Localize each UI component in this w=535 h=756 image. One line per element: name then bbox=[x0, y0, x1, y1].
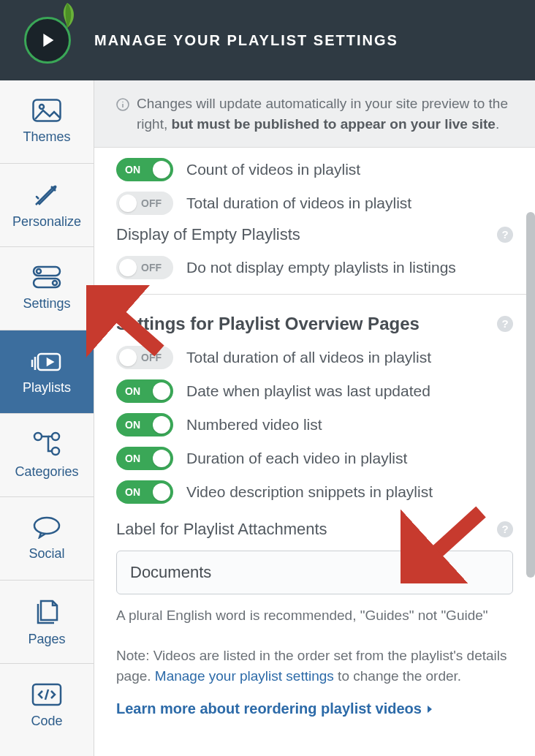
svg-point-7 bbox=[34, 433, 42, 440]
pencil-icon bbox=[34, 181, 60, 207]
help-icon[interactable]: ? bbox=[497, 316, 513, 332]
sidebar-item-label: Categories bbox=[15, 464, 78, 480]
help-icon[interactable]: ? bbox=[497, 521, 513, 537]
sidebar-item-label: Social bbox=[29, 546, 64, 562]
toggle-label: Video description snippets in playlist bbox=[186, 483, 433, 501]
sidebar-item-label: Themes bbox=[23, 129, 70, 145]
pages-icon bbox=[34, 597, 60, 624]
toggle-label: Count of videos in playlist bbox=[186, 161, 360, 178]
toggle-total-duration-listing[interactable]: OFF bbox=[116, 192, 173, 215]
app-header: MANAGE YOUR PLAYLIST SETTINGS bbox=[0, 0, 535, 80]
toggle-overview-description-snippets[interactable]: ON bbox=[116, 480, 173, 504]
svg-point-9 bbox=[52, 447, 59, 455]
sidebar-item-settings[interactable]: Settings bbox=[0, 247, 94, 330]
svg-point-13 bbox=[122, 102, 124, 103]
section-title-attachments: Label for Playlist Attachments bbox=[116, 520, 327, 539]
sidebar-item-label: Pages bbox=[28, 632, 65, 647]
sidebar-item-label: Personalize bbox=[12, 214, 81, 230]
speech-icon bbox=[32, 515, 61, 539]
svg-text:?: ? bbox=[501, 317, 508, 330]
info-text: Changes will update automatically in you… bbox=[137, 94, 513, 134]
toggle-overview-video-duration[interactable]: ON bbox=[116, 447, 173, 470]
sidebar-item-themes[interactable]: Themes bbox=[0, 80, 94, 164]
toggle-count-videos[interactable]: ON bbox=[116, 158, 173, 181]
sidebar-item-label: Settings bbox=[23, 296, 70, 311]
toggle-label: Total duration of all videos in playlist bbox=[186, 349, 431, 366]
divider bbox=[94, 294, 535, 295]
page-title: MANAGE YOUR PLAYLIST SETTINGS bbox=[94, 32, 398, 49]
svg-point-3 bbox=[37, 269, 41, 273]
toggle-hide-empty-playlists[interactable]: OFF bbox=[116, 256, 173, 279]
attachments-label-input[interactable] bbox=[116, 551, 513, 594]
info-banner: Changes will update automatically in you… bbox=[94, 80, 535, 148]
toggle-label: Do not display empty playlists in listin… bbox=[186, 259, 456, 276]
svg-point-5 bbox=[53, 281, 57, 285]
sidebar-item-pages[interactable]: Pages bbox=[0, 581, 94, 664]
code-icon bbox=[31, 683, 62, 706]
sidebar-item-label: Code bbox=[31, 714, 62, 729]
svg-point-8 bbox=[52, 433, 59, 440]
sidebar: Themes Personalize Settings Playlists Ca… bbox=[0, 80, 94, 756]
toggle-label: Numbered video list bbox=[186, 416, 322, 434]
sidebar-item-categories[interactable]: Categories bbox=[0, 414, 94, 497]
toggles-icon bbox=[32, 265, 61, 289]
learn-more-link[interactable]: Learn more about reordering playlist vid… bbox=[116, 700, 513, 717]
reorder-note: Note: Videos are listed in the order set… bbox=[116, 646, 513, 686]
chevron-right-icon bbox=[426, 704, 433, 714]
info-icon bbox=[116, 97, 129, 117]
toggle-overview-date-updated[interactable]: ON bbox=[116, 379, 173, 403]
playlist-icon bbox=[31, 348, 63, 373]
svg-text:?: ? bbox=[501, 228, 508, 241]
sidebar-item-code[interactable]: Code bbox=[0, 664, 94, 747]
attachments-hint: A plural English word is recommended, "G… bbox=[116, 608, 513, 624]
toggle-label: Date when playlist was last updated bbox=[186, 382, 430, 400]
sidebar-item-label: Playlists bbox=[23, 380, 71, 396]
app-logo[interactable] bbox=[0, 0, 94, 80]
svg-rect-4 bbox=[34, 279, 60, 287]
manage-settings-link[interactable]: Manage your playlist settings bbox=[155, 668, 334, 684]
toggle-label: Total duration of videos in playlist bbox=[186, 194, 411, 212]
svg-text:?: ? bbox=[501, 523, 508, 535]
toggle-label: Duration of each video in playlist bbox=[186, 450, 407, 467]
sidebar-item-personalize[interactable]: Personalize bbox=[0, 164, 94, 247]
svg-point-1 bbox=[39, 105, 44, 109]
leaf-icon bbox=[58, 3, 77, 28]
section-title-overview: Settings for Playlist Overview Pages bbox=[116, 314, 420, 334]
sidebar-item-playlists[interactable]: Playlists bbox=[0, 330, 94, 414]
main-content: Changes will update automatically in you… bbox=[94, 80, 535, 756]
section-title-empty-playlists: Display of Empty Playlists bbox=[116, 225, 300, 244]
toggle-overview-numbered-list[interactable]: ON bbox=[116, 413, 173, 436]
toggle-overview-total-duration[interactable]: OFF bbox=[116, 346, 173, 369]
help-icon[interactable]: ? bbox=[497, 227, 513, 243]
sitemap-icon bbox=[32, 431, 61, 457]
image-icon bbox=[32, 99, 61, 122]
svg-rect-2 bbox=[34, 267, 60, 276]
scrollbar[interactable] bbox=[526, 212, 535, 578]
sidebar-item-social[interactable]: Social bbox=[0, 497, 94, 581]
svg-point-10 bbox=[34, 518, 59, 534]
